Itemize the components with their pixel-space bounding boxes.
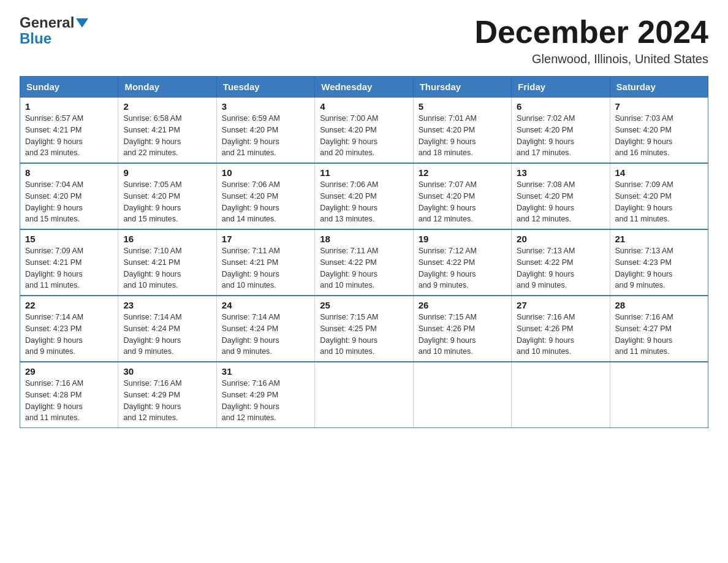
- day-info: Sunrise: 7:13 AM Sunset: 4:23 PM Dayligh…: [615, 245, 703, 291]
- day-info: Sunrise: 7:15 AM Sunset: 4:26 PM Dayligh…: [419, 312, 506, 358]
- day-number: 4: [320, 101, 408, 112]
- calendar-week-row: 29 Sunrise: 7:16 AM Sunset: 4:28 PM Dayl…: [20, 362, 708, 428]
- day-info: Sunrise: 7:07 AM Sunset: 4:20 PM Dayligh…: [419, 179, 506, 225]
- day-number: 13: [517, 167, 604, 178]
- day-info: Sunrise: 7:11 AM Sunset: 4:21 PM Dayligh…: [222, 245, 309, 291]
- day-number: 16: [123, 234, 211, 244]
- calendar-subtitle: Glenwood, Illinois, United States: [474, 52, 708, 66]
- day-number: 21: [615, 234, 703, 244]
- day-number: 27: [517, 300, 604, 310]
- day-number: 31: [222, 366, 309, 377]
- day-number: 5: [419, 101, 506, 112]
- day-number: 23: [123, 300, 211, 310]
- day-info: Sunrise: 7:03 AM Sunset: 4:20 PM Dayligh…: [615, 113, 703, 159]
- day-info: Sunrise: 7:02 AM Sunset: 4:20 PM Dayligh…: [517, 113, 604, 159]
- day-info: Sunrise: 7:16 AM Sunset: 4:27 PM Dayligh…: [615, 312, 703, 358]
- calendar-cell: 1 Sunrise: 6:57 AM Sunset: 4:21 PM Dayli…: [20, 98, 118, 164]
- day-number: 19: [419, 234, 506, 244]
- day-info: Sunrise: 7:10 AM Sunset: 4:21 PM Dayligh…: [123, 245, 211, 291]
- logo-triangle-icon: [76, 18, 88, 28]
- day-number: 3: [222, 101, 309, 112]
- day-info: Sunrise: 7:16 AM Sunset: 4:29 PM Dayligh…: [123, 378, 211, 424]
- day-info: Sunrise: 7:06 AM Sunset: 4:20 PM Dayligh…: [320, 179, 408, 225]
- calendar-cell: 30 Sunrise: 7:16 AM Sunset: 4:29 PM Dayl…: [118, 362, 216, 428]
- day-number: 12: [419, 167, 506, 178]
- day-info: Sunrise: 6:57 AM Sunset: 4:21 PM Dayligh…: [25, 113, 113, 159]
- day-number: 25: [320, 300, 408, 310]
- calendar-cell: 20 Sunrise: 7:13 AM Sunset: 4:22 PM Dayl…: [512, 229, 610, 296]
- calendar-cell: 25 Sunrise: 7:15 AM Sunset: 4:25 PM Dayl…: [315, 296, 413, 362]
- logo-general-line: General: [20, 15, 88, 31]
- day-info: Sunrise: 7:16 AM Sunset: 4:29 PM Dayligh…: [222, 378, 309, 424]
- col-header-friday: Friday: [512, 77, 610, 98]
- day-info: Sunrise: 7:09 AM Sunset: 4:21 PM Dayligh…: [25, 245, 113, 291]
- calendar-cell: 23 Sunrise: 7:14 AM Sunset: 4:24 PM Dayl…: [118, 296, 216, 362]
- calendar-cell: 29 Sunrise: 7:16 AM Sunset: 4:28 PM Dayl…: [20, 362, 118, 428]
- day-number: 18: [320, 234, 408, 244]
- day-info: Sunrise: 7:08 AM Sunset: 4:20 PM Dayligh…: [517, 179, 604, 225]
- day-info: Sunrise: 7:14 AM Sunset: 4:23 PM Dayligh…: [25, 312, 113, 358]
- calendar-cell: 27 Sunrise: 7:16 AM Sunset: 4:26 PM Dayl…: [512, 296, 610, 362]
- day-info: Sunrise: 7:11 AM Sunset: 4:22 PM Dayligh…: [320, 245, 408, 291]
- calendar-cell: 17 Sunrise: 7:11 AM Sunset: 4:21 PM Dayl…: [216, 229, 314, 296]
- day-number: 14: [615, 167, 703, 178]
- day-number: 15: [25, 234, 113, 244]
- day-number: 24: [222, 300, 309, 310]
- day-info: Sunrise: 7:14 AM Sunset: 4:24 PM Dayligh…: [222, 312, 309, 358]
- logo-blue-text: Blue: [20, 31, 88, 47]
- day-info: Sunrise: 7:14 AM Sunset: 4:24 PM Dayligh…: [123, 312, 211, 358]
- col-header-monday: Monday: [118, 77, 216, 98]
- calendar-cell: 15 Sunrise: 7:09 AM Sunset: 4:21 PM Dayl…: [20, 229, 118, 296]
- calendar-cell: 28 Sunrise: 7:16 AM Sunset: 4:27 PM Dayl…: [610, 296, 708, 362]
- calendar-cell: 18 Sunrise: 7:11 AM Sunset: 4:22 PM Dayl…: [315, 229, 413, 296]
- calendar-header-row: SundayMondayTuesdayWednesdayThursdayFrid…: [20, 77, 708, 98]
- day-number: 30: [123, 366, 211, 377]
- day-info: Sunrise: 7:16 AM Sunset: 4:28 PM Dayligh…: [25, 378, 113, 424]
- day-info: Sunrise: 7:09 AM Sunset: 4:20 PM Dayligh…: [615, 179, 703, 225]
- calendar-cell: 2 Sunrise: 6:58 AM Sunset: 4:21 PM Dayli…: [118, 98, 216, 164]
- day-number: 8: [25, 167, 113, 178]
- calendar-cell: 13 Sunrise: 7:08 AM Sunset: 4:20 PM Dayl…: [512, 163, 610, 229]
- calendar-cell: 12 Sunrise: 7:07 AM Sunset: 4:20 PM Dayl…: [413, 163, 511, 229]
- day-info: Sunrise: 7:06 AM Sunset: 4:20 PM Dayligh…: [222, 179, 309, 225]
- calendar-cell: 31 Sunrise: 7:16 AM Sunset: 4:29 PM Dayl…: [216, 362, 314, 428]
- calendar-cell: 14 Sunrise: 7:09 AM Sunset: 4:20 PM Dayl…: [610, 163, 708, 229]
- logo: General Blue: [20, 15, 88, 47]
- day-info: Sunrise: 7:01 AM Sunset: 4:20 PM Dayligh…: [419, 113, 506, 159]
- day-number: 17: [222, 234, 309, 244]
- day-info: Sunrise: 7:13 AM Sunset: 4:22 PM Dayligh…: [517, 245, 604, 291]
- page-header: General Blue December 2024 Glenwood, Ill…: [20, 15, 708, 66]
- calendar-cell: [512, 362, 610, 428]
- day-info: Sunrise: 7:16 AM Sunset: 4:26 PM Dayligh…: [517, 312, 604, 358]
- logo-general-text: General: [20, 15, 74, 31]
- calendar-cell: 22 Sunrise: 7:14 AM Sunset: 4:23 PM Dayl…: [20, 296, 118, 362]
- calendar-cell: 9 Sunrise: 7:05 AM Sunset: 4:20 PM Dayli…: [118, 163, 216, 229]
- calendar-cell: 26 Sunrise: 7:15 AM Sunset: 4:26 PM Dayl…: [413, 296, 511, 362]
- day-info: Sunrise: 7:05 AM Sunset: 4:20 PM Dayligh…: [123, 179, 211, 225]
- day-number: 9: [123, 167, 211, 178]
- col-header-sunday: Sunday: [20, 77, 118, 98]
- day-info: Sunrise: 6:58 AM Sunset: 4:21 PM Dayligh…: [123, 113, 211, 159]
- day-number: 28: [615, 300, 703, 310]
- day-info: Sunrise: 7:04 AM Sunset: 4:20 PM Dayligh…: [25, 179, 113, 225]
- day-number: 6: [517, 101, 604, 112]
- calendar-cell: 21 Sunrise: 7:13 AM Sunset: 4:23 PM Dayl…: [610, 229, 708, 296]
- day-number: 20: [517, 234, 604, 244]
- calendar-cell: [413, 362, 511, 428]
- day-number: 7: [615, 101, 703, 112]
- col-header-wednesday: Wednesday: [315, 77, 413, 98]
- day-number: 1: [25, 101, 113, 112]
- col-header-tuesday: Tuesday: [216, 77, 314, 98]
- calendar-cell: 7 Sunrise: 7:03 AM Sunset: 4:20 PM Dayli…: [610, 98, 708, 164]
- calendar-cell: 19 Sunrise: 7:12 AM Sunset: 4:22 PM Dayl…: [413, 229, 511, 296]
- calendar-table: SundayMondayTuesdayWednesdayThursdayFrid…: [20, 76, 708, 428]
- calendar-cell: 24 Sunrise: 7:14 AM Sunset: 4:24 PM Dayl…: [216, 296, 314, 362]
- calendar-week-row: 15 Sunrise: 7:09 AM Sunset: 4:21 PM Dayl…: [20, 229, 708, 296]
- calendar-cell: 5 Sunrise: 7:01 AM Sunset: 4:20 PM Dayli…: [413, 98, 511, 164]
- logo-blue-label: Blue: [20, 30, 51, 47]
- day-info: Sunrise: 7:15 AM Sunset: 4:25 PM Dayligh…: [320, 312, 408, 358]
- day-number: 10: [222, 167, 309, 178]
- day-info: Sunrise: 6:59 AM Sunset: 4:20 PM Dayligh…: [222, 113, 309, 159]
- calendar-week-row: 8 Sunrise: 7:04 AM Sunset: 4:20 PM Dayli…: [20, 163, 708, 229]
- calendar-cell: [610, 362, 708, 428]
